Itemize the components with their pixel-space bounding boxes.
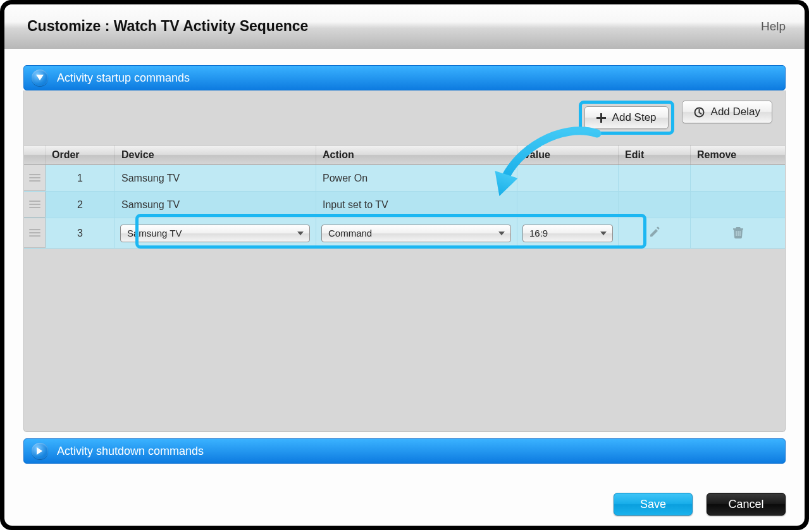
svg-marker-0: [36, 75, 44, 80]
cell-value: [517, 165, 619, 191]
device-dropdown-value: Samsung TV: [127, 228, 182, 238]
value-dropdown-value: 16:9: [529, 228, 548, 238]
cell-device: Samsung TV: [115, 165, 316, 191]
add-delay-button[interactable]: Add Delay: [682, 101, 772, 123]
drag-handle[interactable]: [24, 218, 46, 248]
action-dropdown-value: Command: [328, 228, 372, 238]
action-dropdown[interactable]: Command: [321, 225, 511, 242]
expand-right-icon[interactable]: [32, 443, 48, 459]
svg-marker-3: [37, 447, 42, 455]
cell-value: 16:9: [517, 218, 619, 248]
cell-device: Samsung TV: [115, 192, 316, 218]
th-device: Device: [115, 145, 316, 164]
content: Activity startup commands: [4, 49, 805, 484]
drag-handle[interactable]: [24, 192, 46, 218]
cell-action: Command: [316, 218, 517, 248]
device-dropdown[interactable]: Samsung TV: [120, 225, 310, 242]
help-link[interactable]: Help: [761, 20, 786, 34]
cell-action: Power On: [316, 165, 517, 191]
startup-panel-title: Activity startup commands: [57, 71, 190, 85]
add-step-label: Add Step: [612, 111, 657, 124]
cell-order: 1: [46, 165, 115, 191]
titlebar: Customize : Watch TV Activity Sequence H…: [4, 4, 805, 49]
save-button[interactable]: Save: [614, 493, 693, 516]
cell-remove: [691, 192, 785, 218]
remove-button[interactable]: [732, 226, 744, 241]
cell-value: [517, 192, 619, 218]
startup-panel: Activity startup commands: [23, 65, 786, 432]
pencil-icon: [649, 226, 660, 238]
trash-icon: [732, 226, 744, 238]
th-action: Action: [316, 145, 517, 164]
plus-icon: [596, 113, 606, 123]
cancel-button[interactable]: Cancel: [707, 493, 786, 516]
table-header: Order Device Action Value Edit Remove: [24, 145, 785, 165]
cell-edit: [619, 192, 691, 218]
cell-device: Samsung TV: [115, 218, 316, 248]
startup-panel-body: Add Step Add Delay Order Device Ac: [23, 90, 786, 432]
th-value: Value: [517, 145, 619, 164]
cell-remove: [691, 218, 785, 248]
grip-icon: [29, 201, 40, 208]
clock-icon: [694, 107, 705, 118]
collapse-down-icon[interactable]: [32, 70, 48, 86]
drag-handle[interactable]: [24, 165, 46, 191]
window: Customize : Watch TV Activity Sequence H…: [4, 4, 805, 526]
cell-edit: [619, 165, 691, 191]
shutdown-panel-header[interactable]: Activity shutdown commands: [23, 438, 786, 464]
th-handle: [24, 145, 46, 164]
th-order: Order: [46, 145, 115, 164]
th-remove: Remove: [691, 145, 785, 164]
grip-icon: [29, 229, 40, 237]
shutdown-panel: Activity shutdown commands: [23, 438, 786, 464]
value-dropdown[interactable]: 16:9: [522, 225, 613, 242]
table-row: 1 Samsung TV Power On: [24, 165, 785, 192]
window-title: Customize : Watch TV Activity Sequence: [27, 18, 308, 35]
cell-remove: [691, 165, 785, 191]
cell-order: 2: [46, 192, 115, 218]
edit-button[interactable]: [649, 226, 660, 240]
shutdown-panel-title: Activity shutdown commands: [57, 445, 204, 458]
outer-frame: Customize : Watch TV Activity Sequence H…: [0, 0, 809, 530]
table-row: 3 Samsung TV Command: [24, 218, 785, 249]
cell-action: Input set to TV: [316, 192, 517, 218]
add-delay-label: Add Delay: [711, 106, 760, 118]
add-step-button[interactable]: Add Step: [584, 106, 669, 129]
th-edit: Edit: [619, 145, 691, 164]
cell-edit: [619, 218, 691, 248]
panel-button-row: Add Step Add Delay: [24, 90, 785, 145]
add-step-highlight: Add Step: [579, 101, 674, 135]
footer: Save Cancel: [4, 484, 805, 526]
table-row: 2 Samsung TV Input set to TV: [24, 192, 785, 218]
cell-order: 3: [46, 218, 115, 248]
startup-panel-header[interactable]: Activity startup commands: [23, 65, 786, 90]
grip-icon: [29, 174, 40, 182]
